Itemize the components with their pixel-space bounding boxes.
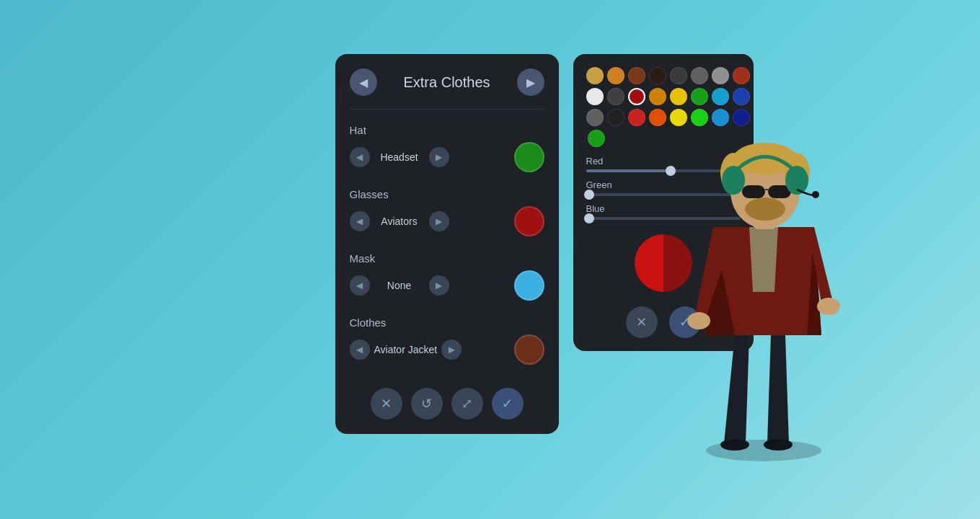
hat-next-button[interactable]: ▶	[429, 147, 449, 167]
glasses-label: Glasses	[350, 188, 544, 200]
bottom-action-buttons: ✕ ↺ ⤢ ✓	[350, 388, 544, 420]
clothes-item-name: Aviator Jacket	[374, 344, 438, 355]
reset-button[interactable]: ↺	[411, 388, 443, 420]
svg-marker-10	[749, 227, 778, 292]
svg-point-3	[720, 439, 749, 451]
blue-slider-thumb	[584, 213, 594, 223]
svg-point-4	[764, 439, 793, 451]
glasses-next-button[interactable]: ▶	[429, 211, 449, 231]
svg-point-26	[812, 191, 819, 198]
clothes-prev-button[interactable]: ◀	[350, 340, 370, 360]
glasses-prev-button[interactable]: ◀	[350, 211, 370, 231]
mask-label: Mask	[350, 252, 544, 265]
clothes-next-button[interactable]: ▶	[441, 340, 462, 360]
svg-point-12	[687, 312, 710, 329]
mask-controls: ◀ None ▶	[350, 275, 449, 296]
svg-rect-21	[742, 185, 765, 198]
swatch-white[interactable]	[586, 88, 604, 105]
svg-point-24	[722, 166, 745, 195]
character-area	[634, 58, 908, 476]
clothes-controls: ◀ Aviator Jacket ▶	[350, 340, 462, 360]
confirm-button[interactable]: ✓	[492, 388, 524, 420]
swatch-medgreen[interactable]	[588, 130, 605, 147]
svg-marker-2	[767, 335, 789, 443]
character-figure	[655, 68, 886, 465]
mask-row: ◀ None ▶	[350, 270, 544, 301]
hat-item-name: Headset	[374, 151, 425, 163]
svg-point-14	[817, 298, 840, 315]
svg-marker-1	[724, 335, 749, 443]
panel-header: ◀ Extra Clothes ▶	[350, 68, 544, 96]
swatch-charcoal[interactable]	[607, 88, 624, 105]
nav-prev-button[interactable]: ◀	[350, 68, 377, 96]
hat-prev-button[interactable]: ◀	[350, 147, 370, 167]
mask-item-name: None	[374, 280, 425, 291]
hat-label: Hat	[350, 124, 544, 136]
swatch-tan[interactable]	[586, 67, 604, 84]
swatch-black[interactable]	[607, 109, 624, 126]
left-panel: ◀ Extra Clothes ▶ Hat ◀ Headset ▶ Glasse…	[335, 54, 559, 434]
nav-next-button[interactable]: ▶	[517, 68, 544, 96]
share-button[interactable]: ⤢	[451, 388, 483, 420]
glasses-controls: ◀ Aviators ▶	[350, 211, 449, 231]
hat-controls: ◀ Headset ▶	[350, 147, 449, 167]
mask-next-button[interactable]: ▶	[429, 275, 449, 296]
hat-color-swatch[interactable]	[514, 142, 544, 172]
panel-title: Extra Clothes	[403, 74, 490, 91]
swatch-gray2[interactable]	[586, 109, 604, 126]
glasses-row: ◀ Aviators ▶	[350, 206, 544, 236]
clothes-color-swatch[interactable]	[514, 334, 544, 365]
hat-row: ◀ Headset ▶	[350, 142, 544, 172]
clothes-label: Clothes	[350, 316, 544, 329]
mask-prev-button[interactable]: ◀	[350, 275, 370, 296]
swatch-orange[interactable]	[607, 67, 624, 84]
mask-color-swatch[interactable]	[514, 270, 544, 301]
cancel-button[interactable]: ✕	[371, 388, 402, 420]
header-divider	[350, 109, 544, 110]
svg-point-20	[745, 198, 785, 221]
glasses-item-name: Aviators	[374, 216, 425, 227]
green-slider-thumb	[584, 190, 594, 200]
clothes-row: ◀ Aviator Jacket ▶	[350, 334, 544, 365]
glasses-color-swatch[interactable]	[514, 206, 544, 236]
